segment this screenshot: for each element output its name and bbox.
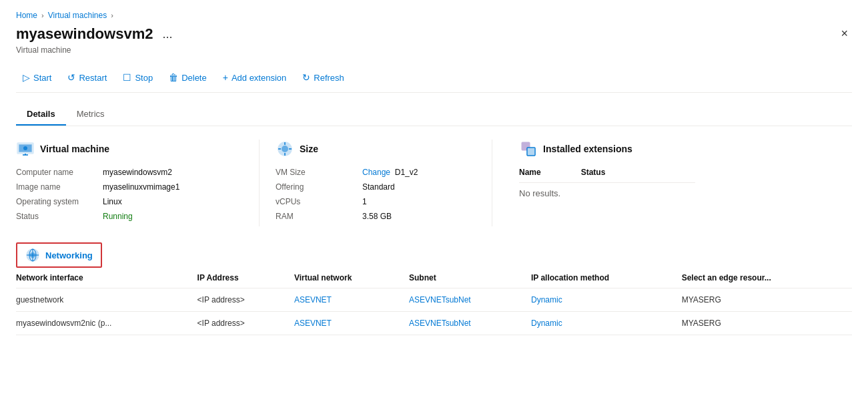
prop-value-os: Linux xyxy=(103,197,122,206)
add-extension-button[interactable]: + Add extension xyxy=(216,68,294,87)
prop-os: Operating system Linux xyxy=(16,197,227,206)
networking-box[interactable]: Networking xyxy=(16,242,102,268)
ext-col-status: Status xyxy=(581,168,606,177)
prop-label-vmsize: VM Size xyxy=(276,168,362,177)
prop-value-status: Running xyxy=(103,212,133,221)
cell-ip-1: <IP address> xyxy=(197,288,294,312)
size-section-header: Size xyxy=(276,140,460,158)
prop-offering: Offering Standard xyxy=(276,182,460,192)
cell-ip-2: <IP address> xyxy=(197,312,294,335)
size-icon xyxy=(276,140,294,158)
ext-no-results: No results. xyxy=(519,188,695,198)
prop-label-vcpus: vCPUs xyxy=(276,197,362,206)
cell-edge-2: MYASERG xyxy=(682,312,852,335)
prop-value-vcpus: 1 xyxy=(362,197,367,206)
networking-table-header: Network interface IP Address Virtual net… xyxy=(16,268,852,288)
breadcrumb-sep-1: › xyxy=(41,11,44,19)
col-edge-resource: Select an edge resour... xyxy=(682,268,852,288)
page-title: myasewindowsvm2 xyxy=(16,25,153,43)
cell-ni-2: myasewindowsvm2nic (p... xyxy=(16,312,197,335)
restart-label: Restart xyxy=(79,73,107,83)
stop-button[interactable]: ☐ Stop xyxy=(116,68,159,87)
extensions-section: Installed extensions Name Status No resu… xyxy=(508,140,695,226)
prop-label-status: Status xyxy=(16,212,103,221)
change-size-link[interactable]: Change xyxy=(362,168,390,177)
prop-label-os: Operating system xyxy=(16,197,103,206)
table-row: myasewindowsvm2nic (p... <IP address> AS… xyxy=(16,312,852,335)
size-properties: VM Size Change D1_v2 Offering Standard v… xyxy=(276,168,460,221)
tabs: Details Metrics xyxy=(16,104,852,126)
divider-1 xyxy=(259,140,260,226)
divider-2 xyxy=(492,140,492,226)
cell-alloc-2: Dynamic xyxy=(531,312,682,335)
prop-value-computer: myasewindowsvm2 xyxy=(103,168,172,177)
content-area: Virtual machine Computer name myasewindo… xyxy=(16,140,852,226)
start-label: Start xyxy=(33,73,51,83)
breadcrumb-home[interactable]: Home xyxy=(16,11,37,20)
prop-ram: RAM 3.58 GB xyxy=(276,212,460,221)
vm-icon xyxy=(16,140,35,158)
prop-label-image: Image name xyxy=(16,182,103,192)
toolbar: ▷ Start ↺ Restart ☐ Stop 🗑 Delete + Add … xyxy=(16,63,852,93)
col-ip-allocation: IP allocation method xyxy=(531,268,682,288)
cell-vnet-1: ASEVNET xyxy=(294,288,409,312)
networking-icon xyxy=(25,248,40,262)
ext-header-row: Name Status xyxy=(519,168,695,183)
col-ip-address: IP Address xyxy=(197,268,294,288)
delete-icon: 🗑 xyxy=(169,72,178,83)
prop-image-name: Image name myaselinuxvmimage1 xyxy=(16,182,227,192)
size-section: Size VM Size Change D1_v2 Offering Stand… xyxy=(276,140,476,226)
networking-table: Network interface IP Address Virtual net… xyxy=(16,268,852,335)
refresh-label: Refresh xyxy=(314,73,344,83)
extensions-icon xyxy=(519,140,538,158)
stop-label: Stop xyxy=(135,73,153,83)
prop-vcpus: vCPUs 1 xyxy=(276,197,460,206)
page-header: myasewindowsvm2 ... × xyxy=(16,25,852,43)
prop-label-ram: RAM xyxy=(276,212,362,221)
refresh-icon: ↻ xyxy=(302,72,310,83)
ext-section-title: Installed extensions xyxy=(543,144,632,154)
delete-button[interactable]: 🗑 Delete xyxy=(162,68,213,87)
networking-table-body: guestnetwork <IP address> ASEVNET ASEVNE… xyxy=(16,288,852,335)
cell-subnet-1: ASEVNETsubNet xyxy=(409,288,531,312)
vm-section: Virtual machine Computer name myasewindo… xyxy=(16,140,243,226)
refresh-button[interactable]: ↻ Refresh xyxy=(296,68,351,87)
cell-vnet-2: ASEVNET xyxy=(294,312,409,335)
prop-value-image: myaselinuxvmimage1 xyxy=(103,182,179,192)
vm-properties: Computer name myasewindowsvm2 Image name… xyxy=(16,168,227,221)
close-button[interactable]: × xyxy=(837,25,852,42)
delete-label: Delete xyxy=(181,73,207,83)
prop-value-vmsize: Change D1_v2 xyxy=(362,168,418,177)
restart-button[interactable]: ↺ Restart xyxy=(61,68,113,87)
add-extension-label: Add extension xyxy=(232,73,286,83)
prop-status: Status Running xyxy=(16,212,227,221)
start-button[interactable]: ▷ Start xyxy=(16,68,58,87)
tab-metrics[interactable]: Metrics xyxy=(66,104,115,126)
ext-section-header: Installed extensions xyxy=(519,140,695,158)
prop-computer-name: Computer name myasewindowsvm2 xyxy=(16,168,227,177)
networking-section: Networking Network interface IP Address … xyxy=(16,237,852,335)
cell-edge-1: MYASERG xyxy=(682,288,852,312)
prop-label-offering: Offering xyxy=(276,182,362,192)
svg-rect-14 xyxy=(528,148,534,155)
start-icon: ▷ xyxy=(23,72,30,83)
tab-details[interactable]: Details xyxy=(16,104,66,126)
stop-icon: ☐ xyxy=(123,72,131,83)
ellipsis-button[interactable]: ... xyxy=(158,26,176,43)
networking-label: Networking xyxy=(45,250,93,260)
page-title-area: myasewindowsvm2 ... xyxy=(16,25,176,43)
prop-value-offering: Standard xyxy=(362,182,395,192)
table-row: guestnetwork <IP address> ASEVNET ASEVNE… xyxy=(16,288,852,312)
breadcrumb: Home › Virtual machines › xyxy=(16,11,852,20)
col-subnet: Subnet xyxy=(409,268,531,288)
breadcrumb-vms[interactable]: Virtual machines xyxy=(48,11,107,20)
prop-value-ram: 3.58 GB xyxy=(362,212,392,221)
cell-alloc-1: Dynamic xyxy=(531,288,682,312)
prop-vm-size: VM Size Change D1_v2 xyxy=(276,168,460,177)
cell-subnet-2: ASEVNETsubNet xyxy=(409,312,531,335)
col-virtual-network: Virtual network xyxy=(294,268,409,288)
prop-label-computer: Computer name xyxy=(16,168,103,177)
restart-icon: ↺ xyxy=(67,72,75,83)
page-subtitle: Virtual machine xyxy=(16,45,852,55)
ext-col-name: Name xyxy=(519,168,541,177)
